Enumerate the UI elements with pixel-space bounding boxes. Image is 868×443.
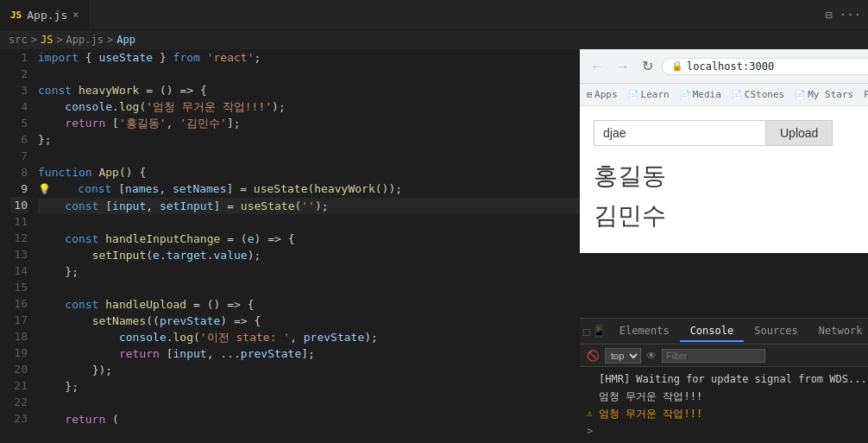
code-line: const handleInputChange = (e) => { [38, 231, 580, 247]
code-line: const handleUpload = () => { [38, 296, 580, 313]
breadcrumb-app[interactable]: App [116, 34, 135, 46]
tab-filename: App.js [27, 9, 67, 22]
code-line: return ['홍길동', '김민수']; [38, 115, 580, 131]
learn-folder-icon: 📄 [628, 90, 638, 99]
devtools-toolbar: 🚫 top 👁 [580, 345, 868, 367]
clear-console-icon[interactable]: 🚫 [587, 350, 600, 362]
apps-grid-icon: ⊞ [587, 90, 592, 99]
devtools-left-icons: ⬚ 📱 [583, 325, 609, 338]
breadcrumb-sep3: > [107, 34, 113, 46]
code-line [38, 148, 580, 164]
upload-button[interactable]: Upload [766, 120, 833, 146]
code-line: 💡 const [names, setNames] = useState(hea… [38, 180, 580, 198]
split-editor-icon[interactable]: ⊟ [825, 8, 832, 22]
code-line [38, 395, 580, 411]
address-text: localhost:3000 [687, 60, 774, 73]
code-content: 12345 678 9 10 1112131415 1617181920 212… [0, 49, 580, 443]
code-line [38, 214, 580, 231]
browser-content: Upload 홍길동 김민수 [580, 106, 868, 253]
bookmark-mystars[interactable]: 📄 My Stars [795, 89, 853, 100]
tab-console[interactable]: Console [680, 321, 745, 342]
browser-chrome: ← → ↻ 🔒 localhost:3000 ☆ ⋮ [580, 49, 868, 84]
devtools-tabs: ⬚ 📱 Elements Console Sources Network Per… [580, 319, 868, 345]
code-line: setInput(e.target.value); [38, 247, 580, 263]
context-select[interactable]: top [605, 348, 641, 364]
bookmark-cstones-label: CStones [745, 89, 784, 100]
console-line-log1: 엄청 무거운 작업!!! [587, 388, 868, 405]
code-line: const [input, setInput] = useState(''); [38, 198, 580, 214]
name-input[interactable] [594, 120, 766, 146]
bookmark-learn-label: Learn [641, 89, 670, 100]
browser-content-area: Upload 홍길동 김민수 [580, 106, 868, 318]
console-log-text: [HMR] Waiting for update signal from WDS… [599, 371, 867, 387]
devtools-panel: ⬚ 📱 Elements Console Sources Network Per… [580, 318, 868, 443]
breadcrumb: src > JS > App.js > App [0, 30, 868, 49]
media-folder-icon: 📄 [680, 90, 690, 99]
console-log-text: 엄청 무거운 작업!!! [599, 389, 702, 404]
top-bar-actions: ⊟ ··· [825, 8, 868, 22]
code-line: }); [38, 362, 580, 378]
bookmark-apps-label: Apps [594, 89, 618, 100]
list-item: 홍길동 [594, 160, 868, 193]
breadcrumb-appjs[interactable]: App.js [66, 34, 104, 46]
bookmark-cstones[interactable]: 📄 CStones [732, 89, 784, 100]
bookmark-learn[interactable]: 📄 Learn [628, 89, 670, 100]
bookmark-p[interactable]: P [864, 89, 868, 100]
code-line: }; [38, 131, 580, 148]
code-line: import { useState } from 'react'; [38, 49, 580, 66]
input-row: Upload [594, 120, 868, 146]
code-line [38, 280, 580, 296]
reload-button[interactable]: ↻ [638, 56, 657, 76]
app-js-tab[interactable]: JS App.js × [0, 0, 90, 29]
code-line: return [input, ...prevState]; [38, 345, 580, 362]
lock-icon: 🔒 [671, 60, 683, 72]
device-toolbar-icon[interactable]: 📱 [592, 325, 606, 338]
code-line: return ( [38, 411, 580, 427]
forward-button[interactable]: → [613, 57, 633, 76]
breadcrumb-sep2: > [56, 34, 62, 46]
browser-panel: ← → ↻ 🔒 localhost:3000 ☆ ⋮ ⊞ Apps 📄 Lear… [580, 49, 868, 443]
console-prompt-line: > [587, 422, 868, 440]
code-lines: import { useState } from 'react'; const … [35, 49, 580, 443]
code-line: console.log('엄청 무거운 작업!!!'); [38, 98, 580, 115]
bookmark-apps[interactable]: ⊞ Apps [587, 89, 618, 100]
tab-bar: JS App.js × ⊟ ··· [0, 0, 868, 30]
tab-network[interactable]: Network [808, 321, 868, 342]
list-item: 김민수 [594, 199, 868, 232]
main-area: 12345 678 9 10 1112131415 1617181920 212… [0, 49, 868, 443]
console-line-warn: ⚠ 엄청 무거운 작업!!! [587, 405, 868, 422]
code-line [38, 66, 580, 82]
more-options-icon[interactable]: ··· [840, 8, 861, 22]
cstones-folder-icon: 📄 [732, 90, 742, 99]
name-list: 홍길동 김민수 [594, 160, 868, 232]
address-bar[interactable]: 🔒 localhost:3000 [662, 58, 868, 75]
inspect-element-icon[interactable]: ⬚ [583, 325, 590, 338]
code-line: function App() { [38, 164, 580, 180]
breadcrumb-sep1: > [31, 34, 37, 46]
bookmarks-bar: ⊞ Apps 📄 Learn 📄 Media 📄 CStones 📄 My St… [580, 84, 868, 106]
bookmark-media-label: Media [693, 89, 721, 100]
code-line: console.log('이전 state: ', prevState); [38, 329, 580, 345]
code-line: const heavyWork = () => { [38, 82, 580, 98]
breadcrumb-src[interactable]: src [9, 34, 28, 46]
warn-icon: ⚠ [587, 406, 595, 421]
back-button[interactable]: ← [587, 57, 607, 76]
bookmark-p-label: P [864, 89, 868, 100]
mystars-folder-icon: 📄 [795, 90, 805, 99]
tab-close-icon[interactable]: × [72, 9, 79, 21]
tab-sources[interactable]: Sources [744, 321, 808, 342]
code-line: }; [38, 378, 580, 395]
code-editor: 12345 678 9 10 1112131415 1617181920 212… [0, 49, 580, 443]
eye-icon[interactable]: 👁 [646, 350, 657, 362]
tab-elements[interactable]: Elements [609, 321, 680, 342]
bookmark-mystars-label: My Stars [808, 89, 853, 100]
js-file-icon: JS [10, 9, 22, 21]
line-numbers: 12345 678 9 10 1112131415 1617181920 212… [0, 49, 35, 443]
bookmark-media[interactable]: 📄 Media [680, 89, 721, 100]
code-line: }; [38, 263, 580, 280]
console-warn-text: 엄청 무거운 작업!!! [599, 406, 702, 421]
filter-input[interactable] [662, 349, 765, 363]
console-prompt: > [587, 423, 593, 439]
code-line: setNames((prevState) => { [38, 313, 580, 329]
breadcrumb-js[interactable]: JS [41, 34, 53, 46]
